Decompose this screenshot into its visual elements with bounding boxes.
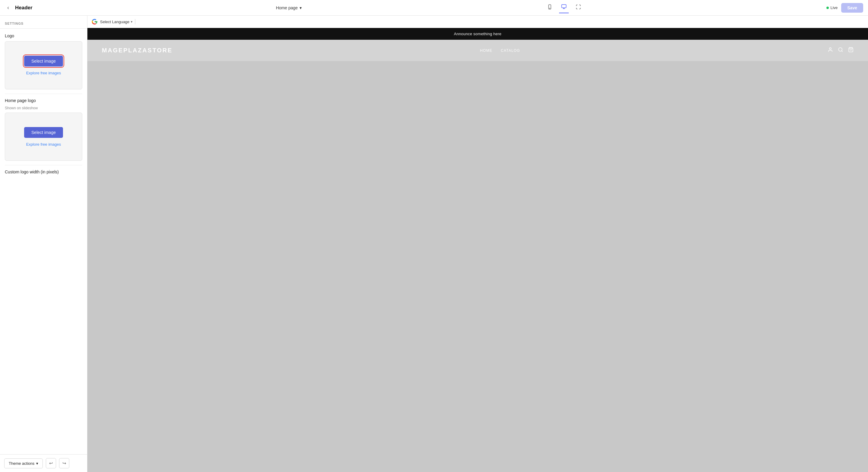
announcement-text: Announce something here — [454, 32, 501, 36]
section-divider-2 — [5, 165, 82, 165]
svg-point-6 — [838, 47, 842, 51]
homepage-logo-section-label: Home page logo — [5, 98, 82, 103]
sidebar-content: Logo Select image Explore free images Ho… — [0, 29, 87, 454]
top-bar-left: ‹ Header — [5, 3, 33, 12]
store-body — [87, 61, 868, 472]
mobile-view-button[interactable] — [545, 2, 554, 13]
preview-area: Select Language ▾ Announce something her… — [87, 15, 868, 472]
fullscreen-view-button[interactable] — [574, 2, 583, 13]
nav-item-home[interactable]: HOME — [480, 48, 493, 53]
homepage-logo-section: Home page logo Shown on slideshow Select… — [5, 98, 82, 161]
svg-point-1 — [550, 8, 550, 9]
section-divider-1 — [5, 94, 82, 94]
logo-upload-box: Select image Explore free images — [5, 41, 82, 90]
homepage-logo-explore-link[interactable]: Explore free images — [26, 142, 61, 146]
nav-item-catalog[interactable]: CATALOG — [501, 48, 520, 53]
translate-bar: Select Language ▾ — [87, 15, 868, 28]
theme-actions-button[interactable]: Theme actions ▾ — [4, 459, 43, 468]
top-bar-right: Live Save — [827, 3, 863, 13]
svg-line-7 — [841, 50, 842, 52]
announcement-bar: Announce something here — [87, 28, 868, 40]
translate-divider — [135, 19, 135, 24]
redo-button[interactable]: ↪ — [59, 458, 69, 468]
svg-rect-2 — [561, 4, 566, 8]
custom-logo-width-label: Custom logo width (in pixels) — [5, 169, 82, 174]
view-mode-controls — [545, 2, 583, 13]
desktop-view-button[interactable] — [559, 2, 569, 13]
back-button[interactable]: ‹ — [5, 3, 11, 12]
logo-section: Logo Select image Explore free images — [5, 33, 82, 90]
homepage-logo-upload-box: Select image Explore free images — [5, 112, 82, 161]
store-preview: Announce something here MAGEPLAZASTORE H… — [87, 28, 868, 472]
page-selector-arrow: ▾ — [300, 5, 302, 10]
translate-arrow-icon: ▾ — [131, 20, 133, 24]
theme-actions-arrow: ▾ — [36, 461, 38, 466]
nav-icons — [828, 47, 854, 54]
store-header: MAGEPLAZASTORE HOME CATALOG — [87, 40, 868, 61]
settings-label: SETTINGS — [5, 22, 24, 25]
logo-section-label: Logo — [5, 33, 82, 38]
live-badge: Live — [827, 5, 838, 10]
page-selector-label: Home page — [276, 5, 298, 10]
undo-icon: ↩ — [49, 461, 53, 466]
homepage-logo-sublabel: Shown on slideshow — [5, 106, 82, 110]
undo-button[interactable]: ↩ — [46, 458, 56, 468]
top-bar: ‹ Header Home page ▾ Live Save — [0, 0, 868, 15]
live-label: Live — [830, 5, 838, 10]
logo-explore-link[interactable]: Explore free images — [26, 71, 61, 75]
google-logo — [92, 19, 98, 25]
homepage-logo-select-image-button[interactable]: Select image — [24, 127, 63, 138]
sidebar: SETTINGS Logo Select image Explore free … — [0, 15, 87, 472]
store-nav: HOME CATALOG — [480, 48, 520, 53]
page-selector[interactable]: Home page ▾ — [276, 5, 301, 10]
sidebar-footer: Theme actions ▾ ↩ ↪ — [0, 454, 87, 472]
cart-icon[interactable] — [848, 47, 854, 54]
theme-actions-label: Theme actions — [9, 461, 34, 466]
select-language-label: Select Language — [100, 20, 130, 24]
svg-point-5 — [830, 47, 831, 49]
save-button[interactable]: Save — [841, 3, 863, 13]
store-logo: MAGEPLAZASTORE — [102, 47, 173, 54]
user-icon[interactable] — [828, 47, 833, 54]
redo-icon: ↪ — [62, 461, 66, 466]
live-dot — [827, 7, 829, 9]
main-layout: SETTINGS Logo Select image Explore free … — [0, 15, 868, 472]
search-icon[interactable] — [838, 47, 843, 54]
logo-select-image-button[interactable]: Select image — [24, 56, 63, 67]
page-title: Header — [15, 5, 33, 11]
sidebar-header: SETTINGS — [0, 15, 87, 29]
